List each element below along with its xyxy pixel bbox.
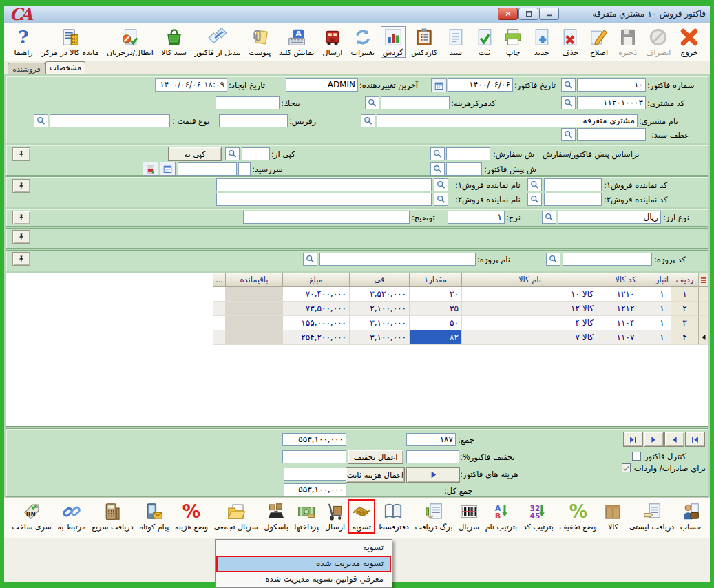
cell-amount[interactable]: ۷۳,۵۰۰,۰۰۰ [282,302,349,316]
cost-center-field[interactable] [381,96,450,109]
order-no-search-button[interactable] [430,147,445,160]
cell-price[interactable]: ۲,۱۰۰,۰۰۰ [349,302,409,316]
project-name-field[interactable] [319,253,476,266]
toolbar-button-settlement[interactable]: تسویه [349,501,374,532]
column-header[interactable]: کد کالا [598,273,653,287]
toolbar-button-edit[interactable]: اصلاح [587,26,611,58]
toolbar-button-goods-basket[interactable]: سبد کالا [159,26,189,58]
toolbar-button-document[interactable]: سند [443,26,468,58]
project-code-search-button[interactable] [546,253,560,266]
currency-field[interactable]: ریال [558,211,661,224]
cell-qty[interactable]: ۸۲ [409,330,461,345]
proforma-no-field[interactable] [446,162,482,176]
cell-qty[interactable]: ۵۰ [409,316,461,330]
last-modifier-field[interactable]: ADMIN [286,78,358,92]
currency-search-button[interactable] [542,211,556,224]
column-header[interactable]: نام کالا [461,273,598,287]
section-pin-button[interactable] [12,211,30,224]
cell-wh[interactable]: ۱ [653,316,671,330]
menu-item[interactable]: تسويه [217,540,390,556]
doc-ref-search-button[interactable] [561,128,576,141]
cell-qty[interactable]: ۲۰ [409,287,461,302]
cell-wh[interactable]: ۱ [653,302,671,316]
rep2-name-search-button[interactable] [434,193,448,206]
toolbar-button-attachment[interactable]: پیوست [246,26,273,58]
menu-item[interactable]: تسويه مديريت شده [217,556,390,571]
toolbar-button-sms[interactable]: پیام کوتاه [137,501,171,532]
column-header[interactable]: مقدار۱ [409,273,461,287]
column-header[interactable]: مبلغ [282,273,349,287]
expenses-amount-field[interactable] [284,468,346,481]
toolbar-button-quick-receive[interactable]: دریافت سریع [90,501,135,532]
toolbar-button-changes[interactable]: تغییرات [349,26,377,58]
customer-name-field[interactable]: مشتري متفرقه [377,114,638,127]
toolbar-button-sort-by-code[interactable]: بترتیب کد [521,501,556,532]
invoice-no-field[interactable]: ۱۰ [577,78,646,92]
due-date-field[interactable] [178,162,237,176]
table-row[interactable]: ۷۳,۵۰۰,۰۰۰۲,۱۰۰,۰۰۰۳۵کالا ۱۲۱۲۱۲۱۲ [213,302,708,316]
rep1-name-search-button[interactable] [434,178,448,191]
customer-code-search-button[interactable] [561,96,576,109]
toolbar-button-cancel[interactable]: انصراف [644,26,673,58]
toolbar-button-discount-status[interactable]: وضع تخفیف [557,501,598,532]
rep1-code-field[interactable] [544,178,602,191]
toolbar-button-sort-by-name[interactable]: بترتیب نام [483,501,519,532]
rep2-code-field[interactable] [544,193,602,206]
toolbar-button-save[interactable]: ذخیره [616,26,640,58]
toolbar-button-void-inprogress[interactable]: ابطال/درجریان [105,26,156,58]
proforma-no-search-button[interactable] [430,162,445,176]
cell-wh[interactable]: ۱ [653,330,671,345]
toolbar-button-batch-series[interactable]: سری ساخت [10,501,54,532]
rate-field[interactable]: ۱ [448,211,505,224]
toolbar-button-delete[interactable]: حذف [558,26,582,58]
apply-discount-button[interactable]: اعمال تخفیف [348,450,403,464]
reference-field[interactable] [219,114,288,127]
menu-item[interactable]: معرفي قوانين تسويه مديريت شده [217,572,390,587]
rep2-name-field[interactable] [216,193,432,206]
cell-row[interactable]: ۱ [671,287,698,302]
cell-amount[interactable]: ۲۵۴,۲۰۰,۰۰۰ [282,330,349,345]
maximize-button[interactable] [518,8,538,20]
toolbar-button-exit[interactable]: خروج [677,26,702,58]
cell-name[interactable]: کالا ۱۰ [461,287,598,302]
toolbar-button-show-keys[interactable]: نمایش کلید [277,26,316,58]
due-date-calendar-button[interactable] [160,162,176,176]
cell-row[interactable]: ۴ [671,330,698,345]
cell-name[interactable]: کالا ۷ [461,330,598,345]
project-name-search-button[interactable] [303,253,317,266]
toolbar-button-expense-status[interactable]: وضع هزینه [173,501,210,532]
cell-dots[interactable] [213,330,225,345]
customer-name-search-button[interactable] [361,114,375,127]
toolbar-button-new[interactable]: جدید [529,26,554,58]
project-code-field[interactable] [563,253,652,266]
due-date-flag-field[interactable] [238,162,251,176]
toolbar-button-goods-box[interactable]: کالا [600,501,625,532]
cell-amount[interactable]: ۱۵۵,۰۰۰,۰۰۰ [282,316,349,330]
cell-remain[interactable] [225,302,282,316]
table-row[interactable]: ۷۰,۴۰۰,۰۰۰۳,۵۲۰,۰۰۰۲۰کالا ۱۰۱۲۱۰۱۱ [213,287,708,302]
cell-name[interactable]: کالا ۱۲ [461,302,598,316]
bijak-field[interactable] [216,96,280,109]
cell-remain[interactable] [225,316,282,330]
column-header[interactable]: فی [349,273,409,287]
toolbar-button-print[interactable]: چاپ [501,26,525,58]
cell-code[interactable]: ۱۲۱۰ [598,287,653,302]
discount-amount-field[interactable] [282,450,346,463]
toolbar-button-send-dolly[interactable]: ارسال [323,501,348,532]
cell-qty[interactable]: ۳۵ [409,302,461,316]
tab-specifications[interactable]: مشخصات [45,61,85,74]
cell-price[interactable]: ۳,۵۲۰,۰۰۰ [349,287,409,302]
section-pin-button[interactable] [12,179,30,193]
cell-dots[interactable] [213,302,225,316]
order-no-field[interactable] [446,147,490,160]
apply-fixed-expense-button[interactable]: اعمال هزینه ثابت [346,467,405,483]
nav-next-button[interactable] [644,432,664,447]
toolbar-button-receipt-sheet[interactable]: برگ دریافت [412,501,454,532]
section-pin-button[interactable] [12,147,30,161]
cell-wh[interactable]: ۱ [653,287,671,302]
cell-remain[interactable] [225,287,282,302]
due-date-calculator-button[interactable] [143,162,158,176]
cell-row[interactable]: ۲ [671,302,698,316]
toolbar-button-submit[interactable]: ثبت [472,26,497,58]
tab-seller[interactable]: فروشنده [8,63,45,74]
